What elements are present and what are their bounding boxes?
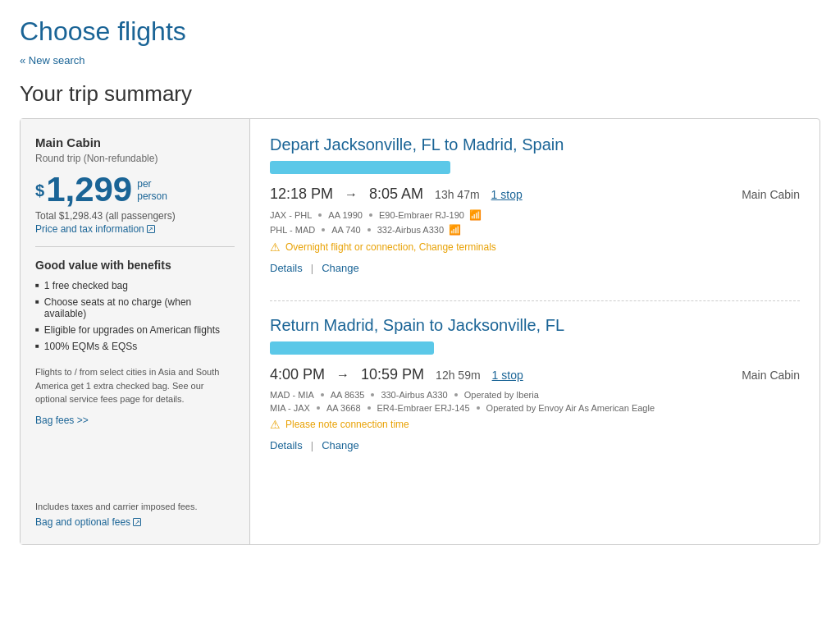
section-divider [270,300,800,301]
depart-route: Jacksonville, FL to Madrid, Spain [324,135,564,154]
wifi-icon-1: 📶 [469,209,482,221]
depart-warning-text: Overnight flight or connection, Change t… [285,241,496,253]
dot-sep [369,213,372,217]
depart-label: Depart [270,135,319,154]
price-dollar-sign: $ [35,182,44,199]
return-flight-section: Return Madrid, Spain to Jacksonville, FL… [270,316,800,463]
return-details-link[interactable]: Details [270,439,303,451]
depart-flight-section: Depart Jacksonville, FL to Madrid, Spain… [270,135,800,286]
return-operator1: Operated by Iberia [464,390,539,400]
dot-sep [368,228,371,231]
depart-flight-header: Depart Jacksonville, FL to Madrid, Spain [270,135,800,154]
per-person-label: perperson [137,178,167,204]
dot-sep [321,393,324,396]
return-label: Return [270,316,319,334]
left-panel: Main Cabin Round trip (Non-refundable) $… [21,119,250,544]
return-times-row: 4:00 PM → 10:59 PM 12h 59m 1 stop Main C… [270,366,800,383]
return-stops-link[interactable]: 1 stop [492,369,523,382]
arrow-icon-return: → [336,368,349,383]
arrow-icon: → [345,187,358,202]
new-search-link[interactable]: « New search [20,54,84,66]
return-warning-row: ⚠ Please note connection time [270,418,800,431]
depart-flight2: AA 740 [331,225,360,235]
dot-sep [477,406,480,410]
main-card: Main Cabin Round trip (Non-refundable) $… [20,118,820,545]
depart-aircraft1: E90-Embraer RJ-190 [379,210,464,220]
wifi-icon-2: 📶 [449,224,461,236]
external-link-icon-2: ↗ [133,518,141,526]
depart-change-link[interactable]: Change [322,262,359,274]
cabin-badge: Main Cabin [742,188,800,201]
depart-aircraft2: 332-Airbus A330 [377,225,444,235]
dot-sep [318,213,322,217]
round-trip-label: Round trip (Non-refundable) [35,153,235,164]
depart-time: 12:18 PM [270,186,333,203]
benefit-list: 1 free checked bag Choose seats at no ch… [35,280,235,357]
duration: 13h 47m [435,188,479,201]
stops-link[interactable]: 1 stop [491,188,523,201]
return-aircraft1: 330-Airbus A330 [381,390,447,400]
price-tax-link[interactable]: Price and tax information ↗ [35,223,235,235]
benefit-item-4: 100% EQMs & EQSs [35,341,235,352]
benefit-item-1: 1 free checked bag [35,280,235,291]
divider [35,246,235,247]
return-arrive-time: 10:59 PM [361,366,424,383]
dot-sep [454,393,458,396]
bag-optional-link[interactable]: Bag and optional fees ↗ [35,516,141,528]
arrive-time: 8:05 AM [369,186,423,203]
benefit-item-3: Eligible for upgrades on American flight… [35,324,235,336]
right-panel: Depart Jacksonville, FL to Madrid, Spain… [250,119,819,544]
bag-fees-link[interactable]: Bag fees >> [35,415,235,426]
price-amount: 1,299 [46,172,132,207]
return-flight2: AA 3668 [326,403,361,413]
footer-note: Includes taxes and carrier imposed fees. [35,502,235,511]
good-value-title: Good value with benefits [35,259,235,272]
return-flight-header: Return Madrid, Spain to Jacksonville, FL [270,316,800,335]
depart-seg2: PHL - MAD [270,225,315,235]
footnote-text: Flights to / from select cities in Asia … [35,365,235,406]
return-seg1: MAD - MIA [270,390,314,400]
return-cabin-badge: Main Cabin [742,369,800,382]
return-segment1-row: MAD - MIA AA 8635 330-Airbus A330 Operat… [270,390,800,400]
page-title: Choose flights [20,16,820,47]
price-row: $ 1,299 perperson [35,172,235,207]
depart-action-links: Details | Change [270,262,800,274]
depart-segment1-row: JAX - PHL AA 1990 E90-Embraer RJ-190 📶 [270,209,800,221]
pipe-sep: | [311,262,313,274]
warning-icon-return: ⚠ [270,418,281,431]
price-total: Total $1,298.43 (all passengers) [35,210,235,222]
redacted-bar-depart [270,161,450,174]
return-change-link[interactable]: Change [322,439,359,451]
dot-sep [371,393,374,396]
return-seg2: MIA - JAX [270,403,310,413]
depart-flight1: AA 1990 [328,210,363,220]
benefit-item-2: Choose seats at no charge (when availabl… [35,296,235,319]
depart-seg1: JAX - PHL [270,210,312,220]
return-operator2: Operated by Envoy Air As American Eagle [486,403,655,413]
return-depart-time: 4:00 PM [270,366,325,383]
left-panel-footer: Includes taxes and carrier imposed fees.… [35,490,235,528]
dot-sep [317,406,320,410]
trip-summary-title: Your trip summary [20,81,820,107]
depart-segment2-row: PHL - MAD AA 740 332-Airbus A330 📶 [270,224,800,236]
return-action-links: Details | Change [270,439,800,451]
return-segment2-row: MIA - JAX AA 3668 ER4-Embraer ERJ-145 Op… [270,403,800,413]
depart-warning-row: ⚠ Overnight flight or connection, Change… [270,241,800,254]
dot-sep [368,406,371,410]
return-warning-text: Please note connection time [285,419,409,430]
dot-sep [322,228,325,231]
depart-times-row: 12:18 PM → 8:05 AM 13h 47m 1 stop Main C… [270,186,800,203]
return-aircraft2: ER4-Embraer ERJ-145 [377,403,470,413]
return-flight1: AA 8635 [331,390,365,400]
pipe-sep-return: | [311,439,313,451]
depart-details-link[interactable]: Details [270,262,303,274]
return-duration: 12h 59m [436,369,480,382]
warning-icon-depart: ⚠ [270,241,281,254]
redacted-bar-return [270,341,434,355]
cabin-label: Main Cabin [35,135,235,149]
external-link-icon: ↗ [147,225,155,233]
return-route: Madrid, Spain to Jacksonville, FL [324,316,564,334]
